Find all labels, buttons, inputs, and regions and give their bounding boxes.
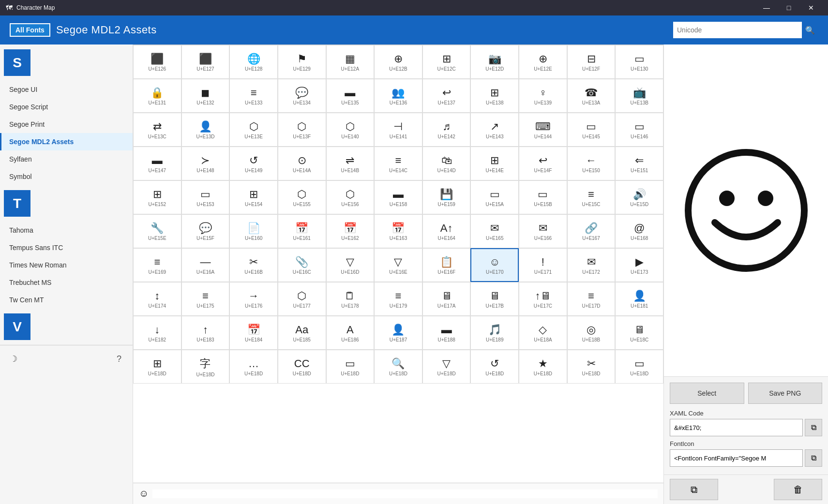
char-cell[interactable]: ▭U+E15B bbox=[519, 180, 567, 214]
char-cell[interactable]: ▭U+E145 bbox=[567, 113, 616, 147]
char-cell[interactable]: ▬U+E147 bbox=[133, 147, 181, 180]
char-cell[interactable]: ✂U+E16B bbox=[229, 248, 278, 282]
close-button[interactable]: ✕ bbox=[800, 0, 822, 15]
char-cell[interactable]: @U+E168 bbox=[615, 214, 663, 248]
char-cell[interactable]: →U+E176 bbox=[229, 282, 278, 316]
char-cell[interactable]: ≡U+E17D bbox=[567, 282, 616, 316]
char-cell[interactable]: ⊞U+E12C bbox=[422, 45, 471, 79]
char-cell[interactable]: ≡U+E169 bbox=[133, 248, 181, 282]
night-mode-button[interactable]: ☽ bbox=[4, 349, 23, 369]
char-cell[interactable]: 📋U+E16F bbox=[422, 248, 471, 282]
save-png-button[interactable]: Save PNG bbox=[748, 383, 823, 404]
char-cell[interactable]: 👥U+E136 bbox=[374, 79, 422, 113]
char-cell[interactable]: ✉U+E172 bbox=[567, 248, 616, 282]
char-cell[interactable]: ✉U+E165 bbox=[470, 214, 519, 248]
char-cell[interactable]: 🔧U+E15E bbox=[133, 214, 181, 248]
char-cell[interactable]: ▦U+E12A bbox=[326, 45, 375, 79]
sidebar-item-tw-cen-mt[interactable]: Tw Cen MT bbox=[0, 291, 133, 309]
char-cell[interactable]: ↓U+E182 bbox=[133, 316, 181, 350]
char-cell[interactable]: 🖥U+E17A bbox=[422, 282, 471, 316]
minimize-button[interactable]: — bbox=[755, 0, 778, 15]
xaml-code-input[interactable] bbox=[670, 419, 803, 436]
char-cell[interactable]: ▭U+E130 bbox=[615, 45, 663, 79]
char-cell[interactable]: ⬡U+E13E bbox=[229, 113, 278, 147]
char-cell[interactable]: 字U+E18D bbox=[181, 350, 230, 384]
char-cell[interactable]: ▽U+E16E bbox=[374, 248, 422, 282]
char-cell[interactable]: 📷U+E12D bbox=[470, 45, 519, 79]
char-cell[interactable]: 👤U+E13D bbox=[181, 113, 230, 147]
sidebar-item-segoe-script[interactable]: Segoe Script bbox=[0, 98, 133, 116]
char-cell[interactable]: ⬡U+E177 bbox=[278, 282, 326, 316]
char-cell[interactable]: ⬡U+E155 bbox=[278, 180, 326, 214]
char-cell[interactable]: …U+E18D bbox=[229, 350, 278, 384]
sidebar-item-trebuchet-ms[interactable]: Trebuchet MS bbox=[0, 274, 133, 291]
char-cell[interactable]: 💾U+E159 bbox=[422, 180, 471, 214]
char-cell[interactable]: ⇄U+E13C bbox=[133, 113, 181, 147]
char-cell[interactable]: 🔊U+E15D bbox=[615, 180, 663, 214]
char-cell[interactable]: ≡U+E133 bbox=[229, 79, 278, 113]
char-cell[interactable]: ⊞U+E18D bbox=[133, 350, 181, 384]
char-cell[interactable]: ◇U+E18A bbox=[519, 316, 567, 350]
char-cell[interactable]: ⊞U+E14E bbox=[470, 147, 519, 180]
char-cell[interactable]: 📄U+E160 bbox=[229, 214, 278, 248]
char-cell[interactable]: 🌐U+E128 bbox=[229, 45, 278, 79]
char-cell[interactable]: ⬡U+E140 bbox=[326, 113, 375, 147]
sidebar-item-tempus-sans-itc[interactable]: Tempus Sans ITC bbox=[0, 239, 133, 256]
char-cell[interactable]: ↕U+E174 bbox=[133, 282, 181, 316]
sidebar-item-symbol[interactable]: Symbol bbox=[0, 168, 133, 185]
char-cell[interactable]: ←U+E150 bbox=[567, 147, 616, 180]
char-cell[interactable]: 🖥U+E17B bbox=[470, 282, 519, 316]
char-cell[interactable]: ⊞U+E154 bbox=[229, 180, 278, 214]
search-input[interactable] bbox=[673, 22, 802, 38]
char-cell[interactable]: ⬛U+E127 bbox=[181, 45, 230, 79]
sidebar-item-segoe-mdl2-assets[interactable]: Segoe MDL2 Assets bbox=[0, 133, 133, 150]
char-cell[interactable]: ⊕U+E12E bbox=[519, 45, 567, 79]
char-cell[interactable]: ≡U+E15C bbox=[567, 180, 616, 214]
char-cell[interactable]: ⊣U+E141 bbox=[374, 113, 422, 147]
sidebar-item-segoe-print[interactable]: Segoe Print bbox=[0, 116, 133, 133]
char-cell[interactable]: 🗒U+E178 bbox=[326, 282, 375, 316]
char-cell[interactable]: ≡U+E14C bbox=[374, 147, 422, 180]
char-cell[interactable]: ◎U+E18B bbox=[567, 316, 616, 350]
char-cell[interactable]: ↺U+E18D bbox=[470, 350, 519, 384]
char-cell[interactable]: 📅U+E184 bbox=[229, 316, 278, 350]
char-cell[interactable]: ▽U+E16D bbox=[326, 248, 375, 282]
help-button[interactable]: ? bbox=[109, 349, 129, 369]
char-cell[interactable]: ▶U+E173 bbox=[615, 248, 663, 282]
char-cell[interactable]: ☺U+E170 bbox=[470, 248, 519, 282]
sidebar-item-sylfaen[interactable]: Sylfaen bbox=[0, 150, 133, 168]
font-icon-copy-button[interactable]: ⧉ bbox=[805, 449, 822, 467]
char-cell[interactable]: ▭U+E18D bbox=[326, 350, 375, 384]
char-cell[interactable]: ★U+E18D bbox=[519, 350, 567, 384]
char-cell[interactable]: ♀U+E139 bbox=[519, 79, 567, 113]
char-cell[interactable]: AU+E186 bbox=[326, 316, 375, 350]
char-cell[interactable]: ▭U+E18D bbox=[615, 350, 663, 384]
copy-to-clipboard-button[interactable]: ⧉ bbox=[670, 479, 718, 500]
char-cell[interactable]: 📺U+E13B bbox=[615, 79, 663, 113]
char-cell[interactable]: —U+E16A bbox=[181, 248, 230, 282]
sidebar-item-tahoma[interactable]: Tahoma bbox=[0, 222, 133, 239]
char-cell[interactable]: ⬛U+E126 bbox=[133, 45, 181, 79]
char-cell[interactable]: ▽U+E18D bbox=[422, 350, 471, 384]
char-cell[interactable]: ✂U+E18D bbox=[567, 350, 616, 384]
char-cell[interactable]: 💬U+E15F bbox=[181, 214, 230, 248]
char-cell[interactable]: ◼U+E132 bbox=[181, 79, 230, 113]
sidebar-item-times-new-roman[interactable]: Times New Roman bbox=[0, 256, 133, 274]
char-cell[interactable]: 🔗U+E167 bbox=[567, 214, 616, 248]
char-cell[interactable]: ▭U+E153 bbox=[181, 180, 230, 214]
char-cell[interactable]: ≡U+E179 bbox=[374, 282, 422, 316]
char-cell[interactable]: ↑U+E183 bbox=[181, 316, 230, 350]
char-cell[interactable]: AaU+E185 bbox=[278, 316, 326, 350]
sidebar-item-segoe-ui[interactable]: Segoe UI bbox=[0, 81, 133, 98]
select-button[interactable]: Select bbox=[670, 383, 744, 404]
char-cell[interactable]: ↩U+E137 bbox=[422, 79, 471, 113]
char-cell[interactable]: ⚑U+E129 bbox=[278, 45, 326, 79]
char-cell[interactable]: 👤U+E181 bbox=[615, 282, 663, 316]
char-cell[interactable]: 🖥U+E18C bbox=[615, 316, 663, 350]
char-cell[interactable]: ⊕U+E12B bbox=[374, 45, 422, 79]
char-cell[interactable]: ▭U+E146 bbox=[615, 113, 663, 147]
char-cell[interactable]: ↺U+E149 bbox=[229, 147, 278, 180]
char-cell[interactable]: ▬U+E158 bbox=[374, 180, 422, 214]
char-cell[interactable]: 🎵U+E189 bbox=[470, 316, 519, 350]
char-cell[interactable]: ⊞U+E138 bbox=[470, 79, 519, 113]
